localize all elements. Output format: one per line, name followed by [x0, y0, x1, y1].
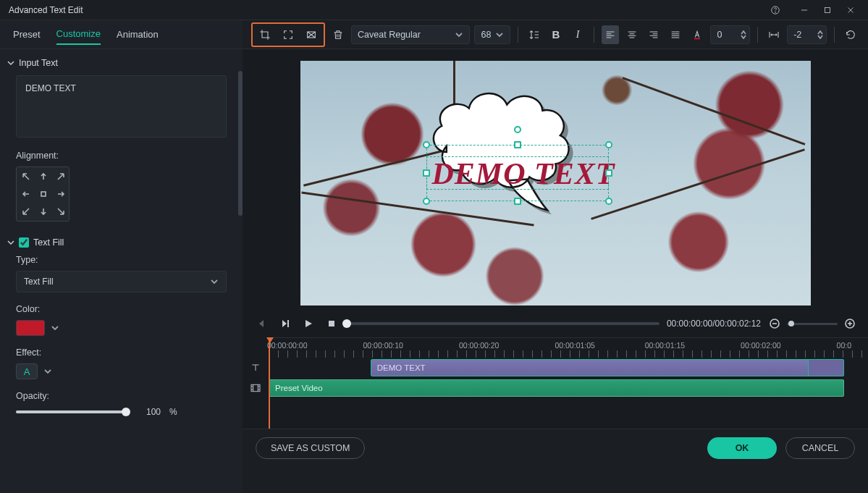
effect-thumb[interactable]: A	[16, 363, 38, 379]
text-fill-toggle[interactable]	[19, 237, 29, 248]
align-right-icon[interactable]	[645, 25, 662, 44]
playhead[interactable]	[269, 337, 270, 429]
align-justify-icon[interactable]	[667, 25, 684, 44]
cancel-button[interactable]: CANCEL	[785, 437, 855, 459]
left-scrollbar[interactable]	[238, 71, 243, 216]
chevron-down-icon	[7, 239, 14, 246]
minimize-icon[interactable]	[793, 2, 816, 18]
italic-button[interactable]: I	[569, 25, 586, 44]
fit-icon[interactable]	[302, 25, 321, 44]
align-middle-left[interactable]	[18, 186, 34, 202]
zoom-slider[interactable]	[787, 323, 838, 325]
prev-frame-icon[interactable]	[254, 316, 270, 332]
save-as-custom-button[interactable]: SAVE AS CUSTOM	[256, 437, 365, 459]
zoom-out-icon[interactable]	[768, 317, 781, 330]
titlebar: Advanced Text Edit	[0, 0, 868, 20]
maximize-icon[interactable]	[816, 2, 839, 18]
video-clip[interactable]: Preset Video	[269, 379, 844, 397]
color-chevron-icon[interactable]	[51, 324, 59, 332]
bold-button[interactable]: B	[547, 25, 565, 44]
handle-top-left[interactable]	[423, 141, 430, 148]
section-text-fill-label: Text Fill	[33, 237, 64, 248]
text-clip[interactable]: DEMO TEXT	[371, 359, 844, 376]
step-forward-icon[interactable]	[277, 316, 293, 332]
play-icon[interactable]	[300, 316, 316, 332]
tab-customize[interactable]: Customize	[56, 24, 101, 45]
playback-bar: 00:00:00:00/00:00:02:12	[243, 310, 868, 337]
zoom-in-icon[interactable]	[843, 317, 856, 330]
align-bottom-right[interactable]	[53, 203, 69, 219]
font-value: Caveat Regular	[358, 30, 421, 40]
input-text-field[interactable]	[16, 75, 227, 138]
help-icon[interactable]	[764, 2, 787, 18]
ruler-label: 00:00:00:20	[459, 341, 499, 350]
ok-button[interactable]: OK	[707, 437, 777, 459]
preview-canvas[interactable]: DEMO TEXT	[300, 61, 811, 306]
font-color-spin[interactable]: 0	[710, 25, 750, 44]
letter-spacing-icon[interactable]	[765, 25, 783, 44]
timecode: 00:00:00:00/00:00:02:12	[667, 319, 761, 329]
effect-chevron-icon[interactable]	[43, 367, 52, 376]
transform-tools-highlight	[251, 22, 325, 47]
align-bottom-left[interactable]	[18, 203, 34, 219]
close-icon[interactable]	[839, 2, 862, 18]
font-color-value: 0	[717, 30, 722, 40]
handle-mid-left[interactable]	[423, 169, 430, 177]
opacity-value: 100	[135, 407, 161, 417]
align-middle-right[interactable]	[53, 186, 69, 202]
ruler-label: 00:00:00:10	[363, 341, 403, 350]
ruler-label: 00:00:00:00	[267, 341, 307, 350]
handle-mid-right[interactable]	[605, 169, 612, 177]
font-select[interactable]: Caveat Regular	[351, 25, 470, 44]
svg-rect-16	[251, 384, 260, 391]
align-bottom-center[interactable]	[35, 203, 51, 219]
stop-icon[interactable]	[324, 316, 340, 332]
font-size-select[interactable]: 68	[474, 25, 510, 44]
text-clip-tail[interactable]	[808, 359, 844, 376]
align-top-right[interactable]	[53, 169, 69, 185]
align-left-icon[interactable]	[602, 25, 619, 44]
font-color-icon[interactable]	[688, 25, 706, 44]
left-panel: Preset Customize Animation Input Text Al…	[0, 20, 243, 493]
text-toolbar: Caveat Regular 68 B I 0 -	[243, 20, 868, 49]
delete-icon[interactable]	[329, 25, 347, 44]
tracking-spin[interactable]: -2	[787, 25, 827, 44]
tracking-value: -2	[793, 30, 801, 40]
handle-top-right[interactable]	[605, 141, 612, 148]
section-input-text-label: Input Text	[19, 58, 58, 68]
opacity-unit: %	[169, 407, 177, 417]
progress-slider[interactable]	[347, 322, 660, 325]
align-top-center[interactable]	[35, 169, 51, 185]
align-middle-center[interactable]	[35, 186, 51, 202]
opacity-label: Opacity:	[16, 391, 227, 401]
tab-preset[interactable]: Preset	[13, 25, 41, 44]
video-clip-label: Preset Video	[275, 384, 323, 392]
chevron-down-icon	[495, 30, 504, 39]
chevron-down-icon	[455, 30, 463, 39]
refresh-icon[interactable]	[842, 25, 859, 44]
section-text-fill-header[interactable]: Text Fill	[0, 232, 243, 250]
ruler-label: 00:00:01:15	[645, 341, 685, 350]
fullscreen-icon[interactable]	[279, 25, 298, 44]
color-swatch[interactable]	[16, 320, 45, 336]
opacity-slider[interactable]	[16, 410, 126, 413]
section-input-text-header[interactable]: Input Text	[0, 52, 243, 71]
align-top-left[interactable]	[18, 169, 34, 185]
rotate-handle[interactable]	[514, 126, 521, 133]
timeline-ruler[interactable]: 00:00:00:00 00:00:00:10 00:00:00:20 00:0…	[269, 337, 868, 358]
selection-inner[interactable]	[426, 156, 609, 190]
handle-bottom-left[interactable]	[423, 198, 430, 205]
type-select[interactable]: Text Fill	[16, 271, 227, 292]
handle-bottom-right[interactable]	[605, 198, 612, 205]
svg-rect-9	[287, 320, 289, 327]
handle-top-center[interactable]	[514, 141, 521, 148]
video-track-icon	[243, 382, 269, 394]
line-height-icon[interactable]	[526, 25, 543, 44]
handle-bottom-center[interactable]	[514, 198, 521, 205]
tab-animation[interactable]: Animation	[117, 25, 159, 44]
align-center-icon[interactable]	[623, 25, 641, 44]
font-size-value: 68	[481, 30, 491, 40]
text-clip-label: DEMO TEXT	[377, 363, 426, 372]
crop-text-icon[interactable]	[256, 25, 274, 44]
effect-label: Effect:	[16, 347, 227, 358]
